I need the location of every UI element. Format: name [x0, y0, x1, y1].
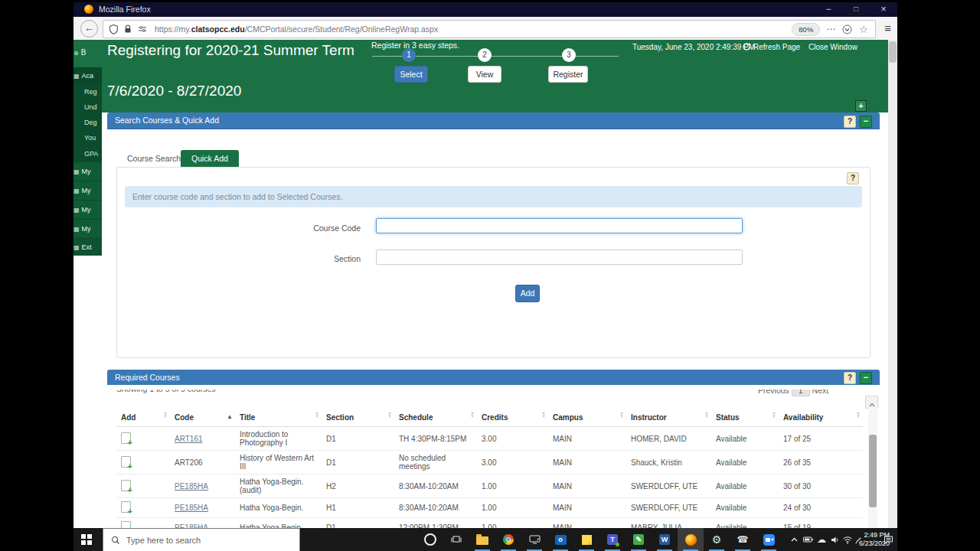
sidebar-item-my-4[interactable]: ▦My: [74, 220, 102, 239]
grid-icon: ▦: [74, 187, 80, 194]
column-schedule[interactable]: Schedule▲▼: [394, 408, 477, 427]
tracking-shield-icon[interactable]: [109, 24, 118, 34]
scroll-up-icon[interactable]: [865, 396, 878, 409]
settings-gear-icon[interactable]: ⚙: [704, 528, 730, 551]
table-scrollbar[interactable]: [868, 408, 877, 528]
sort-asc-icon: ▲: [227, 413, 233, 420]
tray-chevron-icon[interactable]: [787, 528, 801, 551]
search-icon: [111, 536, 120, 545]
course-code-link[interactable]: ART161: [175, 435, 203, 443]
column-title[interactable]: Title▲▼: [235, 408, 322, 427]
column-availability[interactable]: Availability▲▼: [779, 408, 863, 427]
sidebar-item-registration[interactable]: Reg: [74, 84, 102, 99]
cortana-icon[interactable]: [417, 528, 443, 551]
refresh-page-link[interactable]: Refresh Page: [753, 43, 800, 51]
maximize-button[interactable]: □: [842, 2, 870, 17]
word-icon[interactable]: W: [652, 528, 678, 551]
scrollbar-thumb[interactable]: [869, 435, 877, 507]
course-code-link[interactable]: PE185HA: [175, 504, 208, 512]
taskbar-search[interactable]: Type here to search: [103, 528, 300, 551]
scrollbar-thumb[interactable]: [889, 41, 897, 63]
zoom-level-badge[interactable]: 80%: [792, 23, 820, 36]
required-courses-table: Add▲▼ Code▲ Title▲▼ Section▲▼ Schedule▲▼…: [116, 408, 863, 528]
battery-icon[interactable]: [801, 528, 815, 551]
step-select-button[interactable]: Select: [394, 66, 428, 83]
add-course-icon[interactable]: +: [121, 456, 131, 468]
bookmark-star-icon[interactable]: ☆: [859, 24, 868, 35]
sidebar-item-gpa[interactable]: GPA: [74, 145, 102, 162]
column-code[interactable]: Code▲: [170, 408, 235, 427]
teams-icon[interactable]: T: [599, 528, 626, 551]
help-icon[interactable]: ?: [844, 116, 856, 128]
browser-scrollbar[interactable]: [888, 40, 897, 528]
globe-icon: ⊕: [74, 50, 79, 57]
outlook-icon[interactable]: o: [547, 528, 573, 551]
green-editor-icon[interactable]: ✎: [626, 528, 652, 551]
column-campus[interactable]: Campus▲▼: [548, 408, 626, 427]
add-course-icon[interactable]: +: [121, 521, 131, 528]
pagination-page-1[interactable]: 1: [792, 390, 810, 396]
tab-quick-add[interactable]: Quick Add: [181, 150, 239, 167]
firefox-taskbar-icon[interactable]: [678, 528, 704, 551]
sidebar-item-my-3[interactable]: ▦My: [74, 201, 102, 220]
chrome-icon[interactable]: [495, 528, 521, 551]
menu-icon[interactable]: ≡: [884, 21, 891, 35]
close-window-link[interactable]: Close Window: [808, 43, 858, 51]
sidebar-item-home[interactable]: ⊕B: [74, 46, 102, 60]
table-row: + PE185HA Hatha Yoga-Begin. (audit) H2 8…: [116, 474, 863, 498]
refresh-icon[interactable]: [742, 42, 751, 53]
url-text[interactable]: https://my.clatsopcc.edu/CMCPortal/secur…: [155, 24, 792, 34]
back-button[interactable]: ←: [80, 20, 98, 37]
page-actions-icon[interactable]: ⋯: [826, 24, 835, 34]
sidebar-item-my-2[interactable]: ▦My: [74, 181, 102, 201]
pocket-icon[interactable]: [842, 24, 852, 34]
collapse-icon[interactable]: −: [860, 116, 872, 128]
task-view-icon[interactable]: [443, 528, 469, 551]
add-panel-button[interactable]: +: [855, 100, 867, 112]
column-credits[interactable]: Credits▲▼: [477, 408, 548, 427]
add-course-icon[interactable]: +: [121, 432, 131, 444]
step-register-button[interactable]: Register: [548, 66, 588, 83]
minimize-button[interactable]: −: [815, 2, 842, 17]
onedrive-cloud-icon[interactable]: ☁: [815, 528, 828, 551]
sidebar-item-your[interactable]: You: [74, 130, 102, 145]
column-add[interactable]: Add▲▼: [116, 408, 170, 427]
help-icon[interactable]: ?: [844, 372, 856, 384]
column-status[interactable]: Status▲▼: [711, 408, 779, 427]
column-instructor[interactable]: Instructor▲▼: [626, 408, 711, 427]
sidebar-item-unofficial[interactable]: Und: [74, 99, 102, 115]
course-code-input[interactable]: [376, 218, 743, 233]
file-explorer-icon[interactable]: [469, 528, 495, 551]
pagination[interactable]: Previous 1 Next: [758, 390, 861, 397]
pagination-previous[interactable]: Previous: [758, 390, 789, 395]
sidebar-item-academics[interactable]: ▦Aca: [74, 67, 102, 84]
collapse-icon[interactable]: −: [860, 372, 872, 384]
portal-sidebar: ⊕B ▦Aca Reg Und Deg You GPA ▦My ▦My ▦My …: [74, 40, 102, 256]
phone-fax-icon[interactable]: ☎: [730, 528, 756, 551]
action-center-icon[interactable]: [881, 528, 895, 551]
step-circle-2: 2: [478, 48, 492, 62]
section-input[interactable]: [376, 249, 743, 265]
window-title: Mozilla Firefox: [99, 5, 151, 14]
step-view-button[interactable]: View: [468, 66, 501, 83]
section-label: Section: [117, 254, 361, 263]
add-course-icon[interactable]: +: [121, 480, 131, 491]
close-button[interactable]: ×: [870, 2, 897, 17]
sidebar-item-degree[interactable]: Deg: [74, 115, 102, 130]
help-icon[interactable]: ?: [847, 172, 859, 184]
pagination-next[interactable]: Next: [812, 390, 829, 395]
url-bar[interactable]: https://my.clatsopcc.edu/CMCPortal/secur…: [103, 20, 876, 38]
add-button[interactable]: Add: [515, 285, 540, 302]
course-code-link[interactable]: PE185HA: [175, 482, 208, 491]
sidebar-item-external[interactable]: ▦Ext: [74, 239, 102, 256]
column-section[interactable]: Section▲▼: [322, 408, 394, 427]
lock-icon[interactable]: [124, 24, 132, 34]
start-button[interactable]: [81, 534, 92, 545]
sticky-notes-icon[interactable]: [573, 528, 599, 551]
sort-icon: ▲▼: [772, 411, 776, 419]
permissions-icon[interactable]: [138, 25, 147, 33]
zoom-app-icon[interactable]: [756, 528, 782, 551]
add-course-icon[interactable]: +: [121, 501, 131, 513]
sidebar-item-my-1[interactable]: ▦My: [74, 162, 102, 181]
connect-display-icon[interactable]: [521, 528, 547, 551]
